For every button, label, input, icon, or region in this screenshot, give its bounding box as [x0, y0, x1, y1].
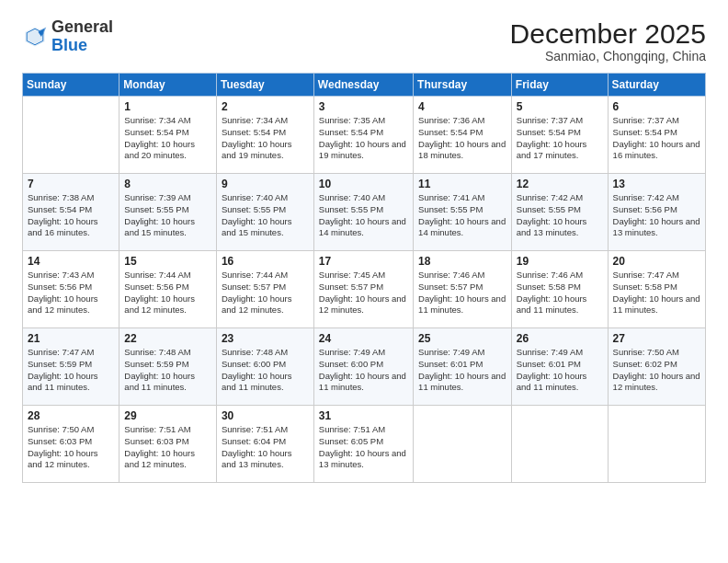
- day-number: 12: [517, 178, 603, 190]
- table-row: 2Sunrise: 7:34 AMSunset: 5:54 PMDaylight…: [216, 97, 313, 174]
- day-info: Sunrise: 7:48 AMSunset: 5:59 PMDaylight:…: [124, 347, 211, 394]
- table-row: [511, 406, 608, 483]
- table-row: 8Sunrise: 7:39 AMSunset: 5:55 PMDaylight…: [119, 174, 217, 251]
- calendar-week-1: 1Sunrise: 7:34 AMSunset: 5:54 PMDaylight…: [23, 97, 706, 174]
- table-row: 20Sunrise: 7:47 AMSunset: 5:58 PMDayligh…: [608, 251, 705, 328]
- day-info: Sunrise: 7:44 AMSunset: 5:56 PMDaylight:…: [124, 270, 211, 316]
- table-row: 7Sunrise: 7:38 AMSunset: 5:54 PMDaylight…: [23, 174, 119, 251]
- day-info: Sunrise: 7:41 AMSunset: 5:55 PMDaylight:…: [418, 192, 506, 239]
- day-info: Sunrise: 7:40 AMSunset: 5:55 PMDaylight:…: [222, 192, 309, 239]
- day-number: 7: [28, 178, 114, 190]
- day-number: 24: [319, 332, 408, 345]
- col-saturday: Saturday: [608, 74, 705, 97]
- day-info: Sunrise: 7:46 AMSunset: 5:58 PMDaylight:…: [517, 270, 603, 316]
- day-number: 5: [517, 100, 603, 113]
- day-info: Sunrise: 7:49 AMSunset: 6:01 PMDaylight:…: [418, 347, 506, 394]
- col-friday: Friday: [511, 74, 608, 97]
- header: General Blue December 2025 Sanmiao, Chon…: [22, 18, 706, 63]
- day-info: Sunrise: 7:42 AMSunset: 5:55 PMDaylight:…: [517, 192, 603, 239]
- table-row: 28Sunrise: 7:50 AMSunset: 6:03 PMDayligh…: [23, 406, 119, 483]
- calendar-week-3: 14Sunrise: 7:43 AMSunset: 5:56 PMDayligh…: [23, 251, 706, 328]
- day-number: 4: [418, 100, 506, 113]
- table-row: 24Sunrise: 7:49 AMSunset: 6:00 PMDayligh…: [313, 328, 413, 406]
- day-info: Sunrise: 7:40 AMSunset: 5:55 PMDaylight:…: [319, 192, 408, 239]
- day-info: Sunrise: 7:37 AMSunset: 5:54 PMDaylight:…: [517, 115, 603, 162]
- calendar-week-2: 7Sunrise: 7:38 AMSunset: 5:54 PMDaylight…: [23, 174, 706, 251]
- day-info: Sunrise: 7:45 AMSunset: 5:57 PMDaylight:…: [319, 270, 408, 316]
- table-row: 16Sunrise: 7:44 AMSunset: 5:57 PMDayligh…: [216, 251, 313, 328]
- day-number: 9: [222, 178, 309, 190]
- day-number: 8: [124, 178, 211, 190]
- day-info: Sunrise: 7:39 AMSunset: 5:55 PMDaylight:…: [124, 192, 211, 239]
- table-row: 25Sunrise: 7:49 AMSunset: 6:01 PMDayligh…: [414, 328, 512, 406]
- day-number: 1: [124, 100, 211, 113]
- table-row: [23, 97, 119, 174]
- table-row: 31Sunrise: 7:51 AMSunset: 6:05 PMDayligh…: [313, 406, 413, 483]
- table-row: 30Sunrise: 7:51 AMSunset: 6:04 PMDayligh…: [216, 406, 313, 483]
- day-info: Sunrise: 7:36 AMSunset: 5:54 PMDaylight:…: [418, 115, 506, 162]
- day-number: 18: [418, 255, 506, 268]
- day-number: 13: [613, 178, 700, 190]
- table-row: 13Sunrise: 7:42 AMSunset: 5:56 PMDayligh…: [608, 174, 705, 251]
- day-info: Sunrise: 7:43 AMSunset: 5:56 PMDaylight:…: [28, 270, 114, 316]
- table-row: 29Sunrise: 7:51 AMSunset: 6:03 PMDayligh…: [119, 406, 217, 483]
- location-subtitle: Sanmiao, Chongqing, China: [510, 49, 706, 63]
- day-number: 19: [517, 255, 603, 268]
- day-number: 2: [222, 100, 309, 113]
- day-info: Sunrise: 7:37 AMSunset: 5:54 PMDaylight:…: [613, 115, 700, 162]
- day-info: Sunrise: 7:51 AMSunset: 6:05 PMDaylight:…: [319, 424, 408, 471]
- col-monday: Monday: [119, 74, 217, 97]
- table-row: [608, 406, 705, 483]
- day-info: Sunrise: 7:46 AMSunset: 5:57 PMDaylight:…: [418, 270, 506, 316]
- day-number: 23: [222, 332, 309, 345]
- table-row: 22Sunrise: 7:48 AMSunset: 5:59 PMDayligh…: [119, 328, 217, 406]
- day-info: Sunrise: 7:51 AMSunset: 6:04 PMDaylight:…: [222, 424, 309, 471]
- logo-blue: Blue: [51, 36, 87, 54]
- day-number: 25: [418, 332, 506, 345]
- month-title: December 2025: [510, 18, 706, 49]
- table-row: 19Sunrise: 7:46 AMSunset: 5:58 PMDayligh…: [511, 251, 608, 328]
- day-info: Sunrise: 7:34 AMSunset: 5:54 PMDaylight:…: [222, 115, 309, 162]
- day-number: 17: [319, 255, 408, 268]
- day-info: Sunrise: 7:34 AMSunset: 5:54 PMDaylight:…: [124, 115, 211, 162]
- day-info: Sunrise: 7:38 AMSunset: 5:54 PMDaylight:…: [28, 192, 114, 239]
- table-row: 18Sunrise: 7:46 AMSunset: 5:57 PMDayligh…: [414, 251, 512, 328]
- table-row: 3Sunrise: 7:35 AMSunset: 5:54 PMDaylight…: [313, 97, 413, 174]
- col-thursday: Thursday: [414, 74, 512, 97]
- day-info: Sunrise: 7:47 AMSunset: 5:59 PMDaylight:…: [28, 347, 114, 394]
- day-number: 30: [222, 409, 309, 422]
- table-row: 9Sunrise: 7:40 AMSunset: 5:55 PMDaylight…: [216, 174, 313, 251]
- day-number: 16: [222, 255, 309, 268]
- table-row: 26Sunrise: 7:49 AMSunset: 6:01 PMDayligh…: [511, 328, 608, 406]
- day-info: Sunrise: 7:50 AMSunset: 6:03 PMDaylight:…: [28, 424, 114, 471]
- table-row: 23Sunrise: 7:48 AMSunset: 6:00 PMDayligh…: [216, 328, 313, 406]
- table-row: 6Sunrise: 7:37 AMSunset: 5:54 PMDaylight…: [608, 97, 705, 174]
- page: General Blue December 2025 Sanmiao, Chon…: [0, 0, 728, 563]
- day-info: Sunrise: 7:51 AMSunset: 6:03 PMDaylight:…: [124, 424, 211, 471]
- day-info: Sunrise: 7:44 AMSunset: 5:57 PMDaylight:…: [222, 270, 309, 316]
- table-row: 12Sunrise: 7:42 AMSunset: 5:55 PMDayligh…: [511, 174, 608, 251]
- day-number: 21: [28, 332, 114, 345]
- col-wednesday: Wednesday: [313, 74, 413, 97]
- day-number: 20: [613, 255, 700, 268]
- table-row: 17Sunrise: 7:45 AMSunset: 5:57 PMDayligh…: [313, 251, 413, 328]
- col-sunday: Sunday: [23, 74, 119, 97]
- day-number: 6: [613, 100, 700, 113]
- table-row: [414, 406, 512, 483]
- logo-icon: [22, 24, 48, 50]
- calendar-header-row: Sunday Monday Tuesday Wednesday Thursday…: [23, 74, 706, 97]
- day-number: 14: [28, 255, 114, 268]
- day-number: 3: [319, 100, 408, 113]
- table-row: 5Sunrise: 7:37 AMSunset: 5:54 PMDaylight…: [511, 97, 608, 174]
- day-info: Sunrise: 7:49 AMSunset: 6:00 PMDaylight:…: [319, 347, 408, 394]
- logo: General Blue: [22, 18, 113, 55]
- table-row: 15Sunrise: 7:44 AMSunset: 5:56 PMDayligh…: [119, 251, 217, 328]
- table-row: 14Sunrise: 7:43 AMSunset: 5:56 PMDayligh…: [23, 251, 119, 328]
- day-number: 27: [613, 332, 700, 345]
- calendar-table: Sunday Monday Tuesday Wednesday Thursday…: [22, 73, 706, 483]
- table-row: 4Sunrise: 7:36 AMSunset: 5:54 PMDaylight…: [414, 97, 512, 174]
- day-number: 15: [124, 255, 211, 268]
- calendar-week-4: 21Sunrise: 7:47 AMSunset: 5:59 PMDayligh…: [23, 328, 706, 406]
- day-info: Sunrise: 7:35 AMSunset: 5:54 PMDaylight:…: [319, 115, 408, 162]
- day-info: Sunrise: 7:50 AMSunset: 6:02 PMDaylight:…: [613, 347, 700, 394]
